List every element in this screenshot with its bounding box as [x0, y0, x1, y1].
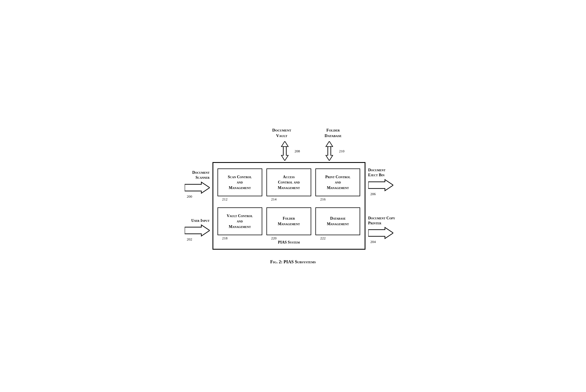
- vault-control-ref: 218: [222, 236, 228, 241]
- doc-scanner-label: DocumentScanner: [192, 170, 209, 180]
- scan-control-label: Scan ControlandManagement: [228, 174, 252, 191]
- doc-scanner-arrow: [185, 181, 210, 194]
- right-side: DocumentEject Bin 206 Document CopyPrint…: [368, 168, 413, 244]
- main-box: Scan ControlandManagement 212 AccessCont…: [212, 162, 365, 250]
- print-control-box: Print ControlandManagement 216: [315, 168, 360, 196]
- figure-caption: Fig. 2: PIAS Subsystems: [174, 259, 413, 264]
- doc-copy-label: Document CopyPrinter: [368, 216, 395, 226]
- diagram-area: DocumentScanner 200 User Input 202 Sca: [174, 162, 413, 250]
- svg-marker-3: [326, 147, 333, 161]
- main-box-label: PIAS System: [217, 240, 360, 245]
- top-arrows-row: 208 210: [174, 138, 413, 161]
- svg-marker-6: [368, 180, 393, 191]
- top-labels: DocumentVault FolderDatabase: [174, 128, 413, 138]
- access-control-ref: 214: [271, 197, 277, 202]
- page-container: DocumentVault FolderDatabase 208 210: [168, 119, 418, 273]
- vault-double-arrow: [279, 141, 290, 161]
- user-input-ref: 202: [187, 237, 192, 242]
- user-input-container: User Input 202: [185, 218, 210, 242]
- scan-control-ref: 212: [222, 197, 228, 202]
- doc-eject-ref: 206: [370, 192, 376, 196]
- doc-scanner-ref: 200: [187, 194, 192, 199]
- doc-eject-container: DocumentEject Bin 206: [368, 168, 393, 196]
- folder-management-ref: 220: [271, 236, 277, 241]
- doc-scanner-container: DocumentScanner 200: [185, 170, 210, 199]
- vault-arrow-container: 208: [279, 141, 290, 161]
- document-vault-label: DocumentVault: [272, 128, 291, 138]
- vault-control-box: Vault ControlandManagement 218: [217, 207, 262, 235]
- doc-copy-ref: 204: [370, 240, 376, 244]
- database-management-box: DatabaseManagement 222: [315, 207, 360, 235]
- access-control-box: AccessControl andManagement 214: [266, 168, 311, 196]
- folder-double-arrow: [324, 141, 335, 161]
- svg-marker-5: [185, 225, 210, 236]
- doc-copy-container: Document CopyPrinter 204: [368, 216, 395, 244]
- subsystem-grid: Scan ControlandManagement 212 AccessCont…: [217, 168, 360, 235]
- left-side: DocumentScanner 200 User Input 202: [174, 170, 210, 242]
- database-management-label: DatabaseManagement: [327, 216, 349, 227]
- folder-arrow-ref: 210: [339, 149, 345, 153]
- vault-arrow-ref: 208: [295, 149, 300, 153]
- user-input-arrow: [185, 224, 210, 237]
- folder-management-box: FolderManagement 220: [266, 207, 311, 235]
- print-control-label: Print ControlandManagement: [325, 174, 351, 191]
- svg-marker-1: [281, 147, 288, 161]
- user-input-label: User Input: [191, 218, 210, 223]
- doc-eject-arrow: [368, 178, 393, 192]
- vault-control-label: Vault ControlandManagement: [227, 213, 253, 230]
- svg-marker-4: [185, 182, 210, 193]
- access-control-label: AccessControl andManagement: [278, 174, 300, 191]
- folder-arrow-container: 210: [324, 141, 335, 161]
- scan-control-box: Scan ControlandManagement 212: [217, 168, 262, 196]
- database-management-ref: 222: [320, 236, 326, 241]
- doc-eject-label: DocumentEject Bin: [368, 168, 385, 178]
- folder-database-label: FolderDatabase: [325, 128, 342, 138]
- svg-marker-7: [368, 227, 393, 239]
- folder-management-label: FolderManagement: [278, 216, 300, 227]
- doc-copy-arrow: [368, 226, 393, 240]
- print-control-ref: 216: [320, 197, 326, 202]
